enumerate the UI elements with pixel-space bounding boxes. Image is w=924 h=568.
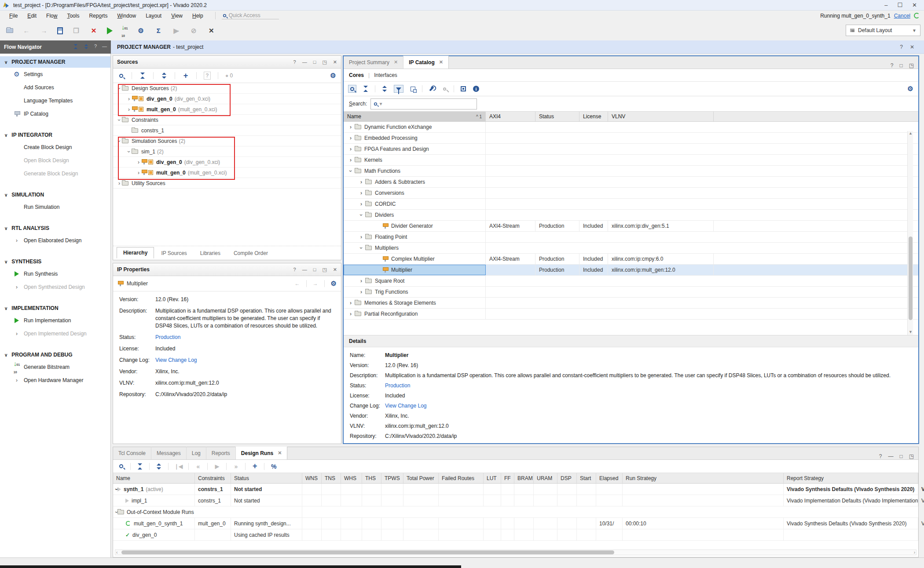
catalog-row-math-functions[interactable]: ›Math Functions xyxy=(344,166,918,177)
expander-icon[interactable]: › xyxy=(360,201,362,207)
expander-icon[interactable]: › xyxy=(350,124,352,130)
tree-item-Utility Sources[interactable]: ›Utility Sources xyxy=(113,178,341,189)
help-icon[interactable]: ? xyxy=(94,44,97,51)
close-button[interactable]: ✕ xyxy=(912,2,917,8)
run-row-mult_gen_0_synth_1[interactable]: mult_gen_0_synth_1mult_gen_0Running synt… xyxy=(113,518,918,529)
column-header-whs[interactable]: WHS xyxy=(341,473,362,483)
catalog-row-fpga-features-and-design[interactable]: ›FPGA Features and Design xyxy=(344,144,918,155)
horizontal-scrollbar[interactable]: ‹ › xyxy=(115,550,917,555)
tree-item-div_gen_0[interactable]: ›div_gen_0(div_gen_0.xci) xyxy=(113,94,341,104)
flow-item-open-implemented-design[interactable]: ›Open Implemented Design xyxy=(0,327,110,340)
expander-icon[interactable]: › xyxy=(116,117,122,123)
float-panel-icon[interactable]: ◳ xyxy=(909,453,914,459)
tab-ip-sources[interactable]: IP Sources xyxy=(155,248,193,259)
maximize-panel-icon[interactable]: □ xyxy=(313,59,316,65)
scroll-down-icon[interactable]: ▼ xyxy=(908,330,913,335)
catalog-row-trig-functions[interactable]: ›Trig Functions xyxy=(344,287,918,298)
tab-reports[interactable]: Reports xyxy=(206,447,236,459)
column-header-tns[interactable]: TNS xyxy=(322,473,341,483)
flow-item-generate-bitstream[interactable]: ↓0110Generate Bitstream xyxy=(0,360,110,374)
scroll-left-icon[interactable]: ‹ xyxy=(116,550,117,555)
tree-item-Constraints[interactable]: ›Constraints xyxy=(113,115,341,125)
tab-log[interactable]: Log xyxy=(187,447,206,459)
close-banner-icon[interactable]: ✕ xyxy=(910,44,914,50)
close-tab-icon[interactable]: ✕ xyxy=(394,59,398,65)
help-icon[interactable]: ? xyxy=(900,44,903,50)
search-icon[interactable] xyxy=(117,72,125,80)
column-header-name[interactable]: Name^ 1 xyxy=(344,112,486,121)
help-icon[interactable]: ? xyxy=(293,267,296,273)
float-panel-icon[interactable]: ◳ xyxy=(322,59,326,65)
expander-icon[interactable]: › xyxy=(350,135,352,141)
flow-item-open-elaborated-design[interactable]: ›Open Elaborated Design xyxy=(0,234,110,247)
flow-section-header-program-and-debug[interactable]: ∨PROGRAM AND DEBUG xyxy=(0,349,110,360)
messages-badge-icon[interactable]: ● 0 xyxy=(225,72,233,80)
menu-edit[interactable]: Edit xyxy=(22,12,41,20)
column-header-wns[interactable]: WNS xyxy=(302,473,322,483)
expander-icon[interactable]: › xyxy=(116,86,122,91)
chip-icon[interactable] xyxy=(460,85,467,93)
field-value[interactable]: Production xyxy=(385,382,410,390)
expand-all-icon[interactable] xyxy=(161,72,168,80)
menu-view[interactable]: View xyxy=(166,12,187,20)
flow-section-header-ip-integrator[interactable]: ∨IP INTEGRATOR xyxy=(0,129,110,141)
catalog-row-dynamic-function-exchange[interactable]: ›Dynamic Function eXchange xyxy=(344,122,918,133)
help-doc-icon[interactable]: ? xyxy=(204,72,211,80)
catalog-row-embedded-processing[interactable]: ›Embedded Processing xyxy=(344,133,918,144)
tree-item-div_gen_0[interactable]: ›div_gen_0(div_gen_0.xci) xyxy=(113,157,341,167)
chevron-right-icon[interactable]: › xyxy=(16,331,18,337)
add-sources-icon[interactable]: + xyxy=(182,72,189,80)
gear-icon[interactable]: ⚙ xyxy=(907,85,914,93)
expand-all-icon[interactable] xyxy=(84,44,89,51)
next-runs-icon[interactable]: » xyxy=(232,462,239,470)
previous-runs-icon[interactable]: « xyxy=(194,462,202,470)
back-icon[interactable]: ← xyxy=(295,280,300,287)
copy-icon[interactable]: ❐ xyxy=(72,26,81,35)
column-header-start[interactable]: Start xyxy=(577,473,596,483)
report-document-icon[interactable] xyxy=(57,27,63,34)
field-value[interactable]: View Change Log xyxy=(155,357,197,364)
help-icon[interactable]: ? xyxy=(293,59,296,65)
flow-item-run-simulation[interactable]: Run Simulation xyxy=(0,200,110,214)
tab-ip-catalog[interactable]: IP Catalog✕ xyxy=(403,56,449,69)
expander-icon[interactable]: › xyxy=(114,488,120,490)
forward-icon[interactable]: → xyxy=(313,280,318,287)
flow-item-open-hardware-manager[interactable]: ›Open Hardware Manager xyxy=(0,374,110,387)
first-run-icon[interactable]: ❘◀ xyxy=(174,462,183,470)
column-header-elapsed[interactable]: Elapsed xyxy=(596,473,623,483)
tree-item-sim_1[interactable]: ›sim_1(2) xyxy=(113,146,341,157)
column-header-status[interactable]: Status xyxy=(535,112,579,121)
column-header-tpws[interactable]: TPWS xyxy=(381,473,403,483)
scroll-up-icon[interactable]: ▲ xyxy=(908,131,913,136)
open-project-icon[interactable] xyxy=(6,28,13,33)
catalog-row-memories-&-storage-elements[interactable]: ›Memories & Storage Elements xyxy=(344,298,918,309)
minimize-panel-icon[interactable]: — xyxy=(888,453,893,459)
close-tab-icon[interactable]: ✕ xyxy=(439,59,443,65)
minimize-button[interactable]: – xyxy=(884,2,887,8)
catalog-row-multiplier[interactable]: MultiplierProductionIncludedxilinx.com:i… xyxy=(344,265,918,276)
gear-icon[interactable]: ⚙ xyxy=(331,280,337,288)
tab-libraries[interactable]: Libraries xyxy=(194,248,227,259)
run-row-synth_1[interactable]: ›synth_1(active)constrs_1Not startedViva… xyxy=(113,484,918,495)
catalog-row-adders-&-subtracters[interactable]: ›Adders & Subtracters xyxy=(344,177,918,188)
expander-icon[interactable]: › xyxy=(126,106,132,113)
minimize-panel-icon[interactable]: — xyxy=(302,267,307,273)
flow-section-header-implementation[interactable]: ∨IMPLEMENTATION xyxy=(0,302,110,314)
interfaces-tab[interactable]: Interfaces xyxy=(374,72,397,78)
flow-item-generate-block-design[interactable]: Generate Block Design xyxy=(0,167,110,180)
column-header-status[interactable]: Status xyxy=(231,473,302,483)
menu-layout[interactable]: Layout xyxy=(141,12,166,20)
flow-section-header-project-manager[interactable]: ∨PROJECT MANAGER xyxy=(0,56,110,68)
expander-icon[interactable]: › xyxy=(116,138,122,144)
catalog-row-multipliers[interactable]: ›Multipliers xyxy=(344,243,918,254)
expander-icon[interactable]: › xyxy=(117,180,122,186)
flow-section-header-simulation[interactable]: ∨SIMULATION xyxy=(0,189,110,200)
maximize-button[interactable]: ☐ xyxy=(897,2,902,8)
close-panel-icon[interactable]: ✕ xyxy=(333,267,337,273)
close-design-icon[interactable]: ✕ xyxy=(89,26,98,35)
column-header-lut[interactable]: LUT xyxy=(484,473,501,483)
expander-icon[interactable]: › xyxy=(360,289,362,295)
expander-icon[interactable]: › xyxy=(358,247,364,249)
tab-compile-order[interactable]: Compile Order xyxy=(227,248,274,259)
column-header-bram[interactable]: BRAM xyxy=(514,473,534,483)
